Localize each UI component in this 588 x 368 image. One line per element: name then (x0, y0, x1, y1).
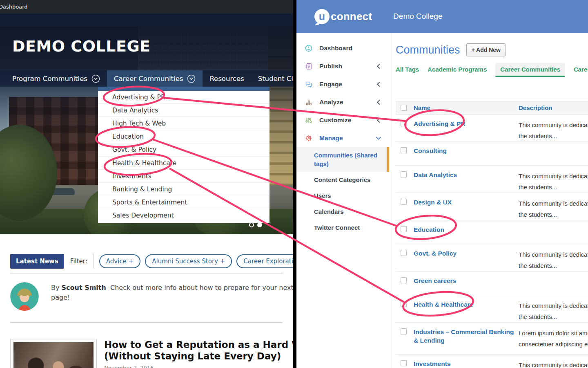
community-description (519, 276, 588, 295)
page-title-row: Communities + Add New (396, 43, 588, 57)
dropdown-item-education[interactable]: Education (98, 130, 270, 144)
site-title: DEMO COLLEGE (12, 37, 151, 55)
nav-item-student-clubs[interactable]: Student Clubs (251, 70, 293, 87)
table-row-industries-commercial-banking-lending: Industries – Commercial Banking & Lendin… (396, 323, 588, 355)
dropdown-item-sales-development[interactable]: Sales Development (98, 209, 270, 222)
uconnect-logo[interactable]: u connect (314, 9, 372, 24)
sidebar-item-engage[interactable]: Engage (296, 75, 389, 93)
sidebar-subitem-users[interactable]: Users (296, 188, 389, 204)
nav-item-resources[interactable]: Resources (203, 70, 251, 87)
description-line: the students... (519, 209, 588, 220)
row-checkbox[interactable] (401, 171, 407, 177)
sidebar-item-manage[interactable]: Manage (296, 129, 389, 147)
dropdown-item-high-tech-web[interactable]: High Tech & Web (98, 117, 270, 130)
nav-item-label: Resources (209, 75, 244, 83)
column-header-name[interactable]: Name (414, 104, 519, 111)
article-title[interactable]: How to Get a Reputation as a Hard Worker… (104, 339, 293, 362)
avatar-illustration (10, 282, 39, 311)
sidebar-item-label: Dashboard (319, 45, 382, 52)
divider-line (10, 274, 283, 274)
dropdown-item-govt-policy[interactable]: Govt. & Policy (98, 144, 270, 157)
add-new-button[interactable]: + Add New (466, 43, 506, 56)
description-line: This community is dedicated to (519, 359, 588, 368)
community-name-link[interactable]: Data Analytics (414, 171, 519, 193)
admin-header: u connect Demo College (296, 0, 588, 33)
row-checkbox[interactable] (401, 199, 407, 205)
by-label: By (51, 284, 59, 292)
tab-all-tags[interactable]: All Tags (396, 63, 419, 76)
description-line: This community is dedicated to (519, 249, 588, 260)
dashboard-icon (305, 44, 314, 52)
community-description: This community is dedicated tothe studen… (519, 198, 588, 220)
admin-bar-dashboard-link[interactable]: Dashboard (0, 4, 28, 10)
community-name-link[interactable]: Education (414, 225, 519, 244)
carousel-dot-1[interactable] (249, 222, 254, 227)
dropdown-item-banking-lending[interactable]: Banking & Lending (98, 183, 270, 196)
sidebar-item-publish[interactable]: Publish (296, 57, 389, 75)
latest-news-button[interactable]: Latest News (10, 254, 64, 269)
description-line: the students... (519, 182, 588, 193)
description-line: Lorem ipsum dolor sit amet, (519, 328, 588, 339)
article-thumbnail[interactable] (10, 339, 97, 368)
sidebar-subitem-communities-shared-tags[interactable]: Communities (Shared tags) (296, 147, 389, 172)
row-checkbox[interactable] (401, 147, 407, 153)
description-line: This community is dedicated to (519, 300, 588, 311)
nav-item-career-communities[interactable]: Career Communities (107, 70, 203, 87)
site-top-strip (0, 13, 293, 27)
sidebar-item-label: Manage (319, 135, 375, 142)
community-name-link[interactable]: Design & UX (414, 198, 519, 220)
sidebar-item-label: Customize (319, 117, 375, 124)
dropdown-item-data-analytics[interactable]: Data Analytics (98, 104, 270, 117)
community-name-link[interactable]: Industries – Commercial Banking & Lendin… (414, 328, 519, 354)
community-name-link[interactable]: Advertising & PR (414, 119, 519, 141)
row-checkbox[interactable] (401, 301, 407, 307)
table-row-education: Education (396, 220, 588, 244)
row-checkbox[interactable] (401, 328, 407, 334)
column-header-description[interactable]: Description (519, 104, 552, 111)
sidebar-item-label: Analyze (319, 99, 375, 106)
tab-academic-programs[interactable]: Academic Programs (428, 63, 487, 76)
dropdown-item-sports-entertainment[interactable]: Sports & Entertainment (98, 196, 270, 209)
select-all-checkbox[interactable] (401, 105, 407, 111)
tab-career-communities[interactable]: Career Communities (495, 63, 565, 76)
description-line: the students... (519, 311, 588, 322)
dropdown-item-investments[interactable]: Investments (98, 170, 270, 183)
sidebar-subitem-content-categories[interactable]: Content Categories (296, 172, 389, 188)
carousel-dot-2[interactable] (257, 222, 262, 227)
community-name-link[interactable]: Health & Healthcare (414, 300, 519, 322)
article-title-line2: (Without Staying Late Every Day) (104, 350, 293, 362)
sidebar-subitem-twitter-connect[interactable]: Twitter Connect (296, 220, 389, 236)
page-title: Communities (396, 44, 460, 56)
admin-main: Communities + Add New All TagsAcademic P… (389, 33, 588, 368)
community-name-link[interactable]: Govt. & Policy (414, 249, 519, 271)
community-description: This community is dedicated to (519, 359, 588, 368)
sidebar-item-analyze[interactable]: Analyze (296, 93, 389, 111)
dropdown-item-advertising-pr[interactable]: Advertising & PR (98, 91, 270, 104)
community-name-link[interactable]: Investments (414, 359, 519, 368)
article-date: November 2, 2016 (104, 365, 293, 368)
sidebar-item-label: Engage (319, 81, 375, 88)
table-row-investments: InvestmentsThis community is dedicated t… (396, 355, 588, 368)
sidebar-subitem-calendars[interactable]: Calendars (296, 204, 389, 220)
sidebar-item-customize[interactable]: Customize (296, 111, 389, 129)
row-checkbox[interactable] (401, 277, 407, 283)
filter-pill-advice[interactable]: Advice + (99, 254, 140, 268)
chevron-left-icon (375, 98, 382, 106)
community-name-link[interactable]: Green careers (414, 276, 519, 295)
carousel-dots (249, 222, 262, 227)
community-name-link[interactable]: Consulting (414, 146, 519, 165)
table-row-advertising-pr: Advertising & PRThis community is dedica… (396, 114, 588, 141)
row-checkbox[interactable] (401, 226, 407, 232)
site-name: Demo College (393, 12, 442, 21)
filter-pill-career-exploration[interactable]: Career Exploration + (236, 254, 293, 268)
sidebar-item-dashboard[interactable]: Dashboard (296, 39, 389, 57)
tab-career-topics[interactable]: Career Topics (574, 63, 588, 76)
row-checkbox[interactable] (401, 120, 407, 126)
description-line: the students... (519, 260, 588, 271)
nav-item-program-communities[interactable]: Program Communities (0, 70, 107, 87)
row-checkbox[interactable] (401, 250, 407, 256)
dropdown-item-health-healthcare[interactable]: Health & Healthcare (98, 157, 270, 170)
row-checkbox[interactable] (401, 360, 407, 366)
chevron-down-circle-icon (187, 74, 196, 83)
filter-pill-alumni-success-story[interactable]: Alumni Success Story + (145, 254, 232, 268)
